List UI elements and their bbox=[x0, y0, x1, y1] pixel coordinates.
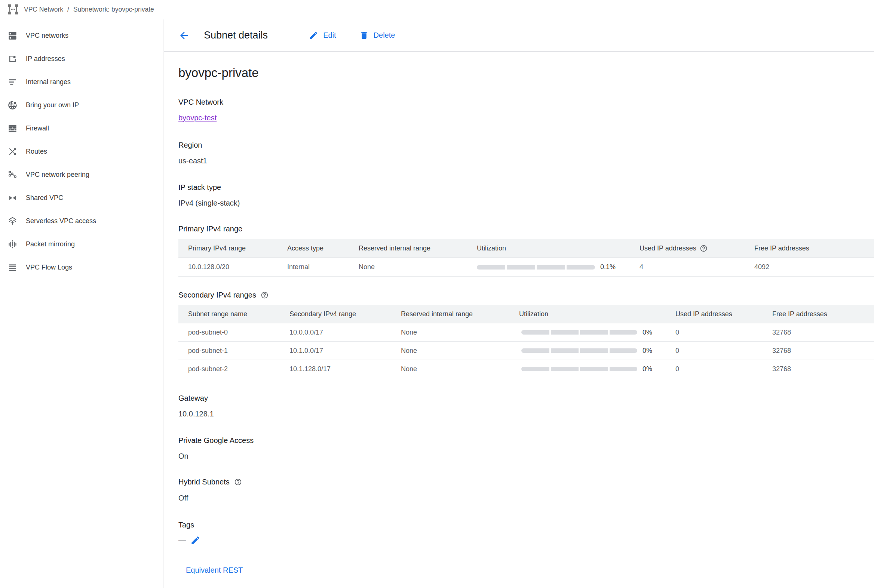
subnet-range-name-cell: pod-subnet-0 bbox=[179, 328, 290, 336]
secondary-ranges-section: Secondary IPv4 ranges bbox=[179, 291, 269, 299]
edit-button-label: Edit bbox=[323, 31, 336, 40]
gateway-label: Gateway bbox=[179, 394, 208, 403]
table-header-row: Primary IPv4 range Access type Reserved … bbox=[179, 239, 874, 258]
ip-stack-type-label: IP stack type bbox=[179, 183, 221, 192]
breadcrumb-product[interactable]: VPC Network bbox=[24, 6, 63, 14]
hybrid-subnets-value: Off bbox=[179, 494, 188, 502]
sidebar-item-label: Routes bbox=[26, 148, 47, 156]
back-arrow-icon bbox=[179, 30, 189, 41]
column-header: Access type bbox=[287, 244, 359, 252]
tags-label: Tags bbox=[179, 521, 194, 529]
column-header-label: Used IP addresses bbox=[640, 244, 696, 252]
firewall-icon bbox=[8, 123, 18, 134]
bring-your-own-ip-icon bbox=[8, 100, 18, 110]
routes-icon bbox=[8, 147, 18, 157]
vpc-network-peering-icon bbox=[8, 170, 18, 180]
internal-ranges-icon bbox=[8, 77, 18, 87]
column-header: Free IP addresses bbox=[754, 244, 874, 252]
utilization-bar bbox=[477, 265, 595, 270]
sidebar-item-firewall[interactable]: Firewall bbox=[0, 117, 163, 140]
primary-range-section-title: Primary IPv4 range bbox=[179, 225, 242, 233]
table-header-row: Subnet range name Secondary IPv4 range R… bbox=[179, 305, 874, 323]
sidebar-item-internal-ranges[interactable]: Internal ranges bbox=[0, 70, 163, 93]
utilization-percent: 0% bbox=[643, 328, 652, 336]
sidebar-item-ip-addresses[interactable]: IP addresses bbox=[0, 47, 163, 70]
breadcrumb-page: Subnetwork: byovpc-private bbox=[73, 6, 154, 14]
delete-button[interactable]: Delete bbox=[359, 31, 395, 40]
table-row: 10.0.128.0/20 Internal None 0.1% 4 4092 bbox=[179, 258, 874, 277]
private-google-access-value: On bbox=[179, 452, 188, 460]
column-header: Reserved internal range bbox=[359, 244, 477, 252]
column-header: Used IP addresses bbox=[640, 244, 754, 252]
shared-vpc-icon bbox=[8, 193, 18, 203]
free-ip-cell: 4092 bbox=[754, 263, 874, 271]
reserved-range-cell: None bbox=[401, 347, 519, 355]
page-title: Subnet details bbox=[204, 30, 268, 41]
sidebar-item-label: Internal ranges bbox=[26, 78, 71, 86]
table-row: pod-subnet-2 10.1.128.0/17 None 0% 0 327… bbox=[179, 360, 874, 378]
column-header: Utilization bbox=[519, 310, 676, 318]
subnet-range-name-cell: pod-subnet-1 bbox=[179, 347, 290, 355]
help-icon[interactable] bbox=[234, 478, 242, 486]
free-ip-cell: 32768 bbox=[772, 347, 874, 355]
page-header: Subnet details Edit Delete bbox=[179, 20, 395, 51]
delete-trash-icon bbox=[359, 31, 369, 40]
access-type-cell: Internal bbox=[287, 263, 359, 271]
sidebar-item-vpc-networks[interactable]: VPC networks bbox=[0, 24, 163, 47]
used-ip-cell: 0 bbox=[676, 365, 772, 373]
utilization-bar bbox=[521, 330, 637, 334]
secondary-ranges-table: Subnet range name Secondary IPv4 range R… bbox=[179, 305, 874, 378]
vpc-network-link[interactable]: byovpc-test bbox=[179, 114, 216, 122]
utilization-bar bbox=[521, 348, 637, 353]
sidebar-item-serverless-vpc-access[interactable]: Serverless VPC access bbox=[0, 209, 163, 232]
region-value: us-east1 bbox=[179, 157, 207, 165]
sidebar-item-routes[interactable]: Routes bbox=[0, 140, 163, 163]
packet-mirroring-icon bbox=[8, 239, 18, 249]
edit-button[interactable]: Edit bbox=[309, 31, 336, 40]
sidebar-item-label: Packet mirroring bbox=[26, 240, 75, 248]
sidebar-item-bring-your-own-ip[interactable]: Bring your own IP bbox=[0, 93, 163, 117]
secondary-ranges-section-title: Secondary IPv4 ranges bbox=[179, 291, 256, 299]
equivalent-rest-button[interactable]: Equivalent REST bbox=[186, 566, 243, 574]
utilization-cell: 0% bbox=[519, 365, 676, 373]
subnet-name-title: byovpc-private bbox=[179, 66, 259, 80]
sidebar-item-shared-vpc[interactable]: Shared VPC bbox=[0, 186, 163, 209]
sidebar-item-packet-mirroring[interactable]: Packet mirroring bbox=[0, 232, 163, 256]
used-ip-cell: 0 bbox=[676, 347, 772, 355]
sidebar-item-label: VPC Flow Logs bbox=[26, 264, 72, 272]
secondary-range-cell: 10.1.128.0/17 bbox=[290, 365, 401, 373]
column-header: Used IP addresses bbox=[676, 310, 772, 318]
private-google-access-label: Private Google Access bbox=[179, 436, 254, 445]
back-button[interactable] bbox=[179, 30, 189, 41]
vpc-network-product-icon bbox=[7, 3, 20, 16]
column-header: Secondary IPv4 range bbox=[290, 310, 401, 318]
header-divider bbox=[164, 51, 874, 52]
tags-empty-value: — bbox=[179, 536, 186, 544]
reserved-range-cell: None bbox=[401, 365, 519, 373]
help-icon[interactable] bbox=[700, 244, 707, 252]
vpc-networks-icon bbox=[8, 31, 18, 41]
column-header: Reserved internal range bbox=[401, 310, 519, 318]
sidebar-item-label: IP addresses bbox=[26, 55, 65, 63]
primary-range-table: Primary IPv4 range Access type Reserved … bbox=[179, 239, 874, 277]
sidebar-item-label: Bring your own IP bbox=[26, 101, 79, 109]
hybrid-subnets-label: Hybrid Subnets bbox=[179, 478, 230, 486]
sidebar-item-vpc-flow-logs[interactable]: VPC Flow Logs bbox=[0, 256, 163, 279]
sidebar-item-label: VPC network peering bbox=[26, 171, 89, 178]
sidebar-item-label: Shared VPC bbox=[26, 194, 63, 202]
reserved-range-cell: None bbox=[401, 328, 519, 336]
sidebar-item-label: VPC networks bbox=[26, 32, 68, 40]
utilization-percent: 0% bbox=[643, 347, 652, 355]
column-header: Primary IPv4 range bbox=[179, 244, 287, 252]
column-header: Utilization bbox=[477, 244, 640, 252]
sidebar-item-label: Serverless VPC access bbox=[26, 217, 96, 225]
table-row: pod-subnet-1 10.1.0.0/17 None 0% 0 32768 bbox=[179, 342, 874, 360]
table-row: pod-subnet-0 10.0.0.0/17 None 0% 0 32768 bbox=[179, 323, 874, 342]
utilization-percent: 0.1% bbox=[600, 263, 616, 271]
ip-stack-type-value: IPv4 (single-stack) bbox=[179, 199, 240, 207]
breadcrumb-separator: / bbox=[67, 6, 69, 14]
secondary-range-cell: 10.1.0.0/17 bbox=[290, 347, 401, 355]
help-icon[interactable] bbox=[261, 291, 269, 299]
sidebar-item-vpc-network-peering[interactable]: VPC network peering bbox=[0, 163, 163, 186]
tags-edit-pencil-icon[interactable] bbox=[190, 535, 200, 545]
